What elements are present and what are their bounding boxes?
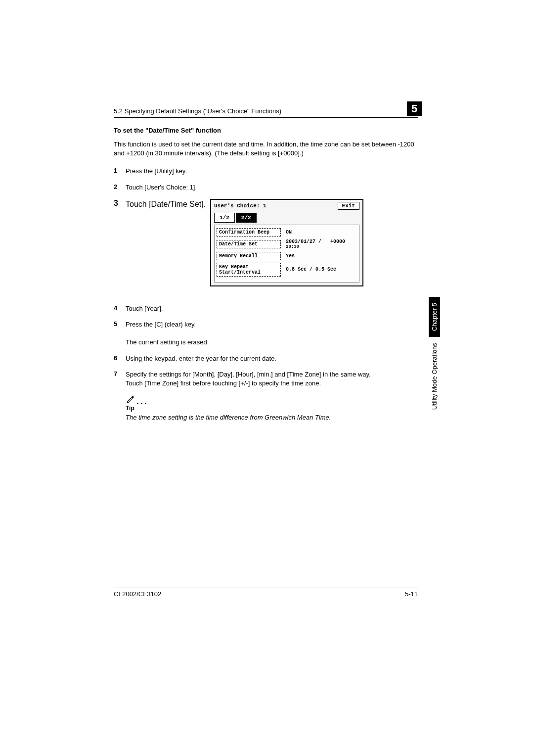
lcd-confirmation-beep-button[interactable]: Confirmation Beep bbox=[217, 228, 281, 236]
step-4: 4 Touch [Year]. bbox=[114, 304, 418, 313]
step-7: 7 Specify the settings for [Month], [Day… bbox=[114, 370, 418, 388]
side-section-label: Utility Mode Operations bbox=[431, 341, 438, 412]
lcd-screenshot: User's Choice: 1 Exit 1/2 2/2 Confirmati… bbox=[210, 199, 363, 286]
lcd-title: User's Choice: 1 bbox=[214, 203, 267, 209]
step-1: 1 Press the [Utility] key. bbox=[114, 167, 418, 176]
lcd-tab-2[interactable]: 2/2 bbox=[236, 213, 257, 223]
tip-label: Tip bbox=[126, 405, 418, 412]
tip-text: The time zone setting is the time differ… bbox=[126, 414, 418, 421]
lcd-key-repeat-label2: Start/Interval bbox=[219, 270, 261, 275]
chapter-badge: 5 bbox=[407, 101, 422, 116]
step-5: 5 Press the [C] (clear) key. The current… bbox=[114, 320, 418, 347]
lcd-key-repeat-button[interactable]: Key Repeat Start/Interval bbox=[217, 263, 281, 277]
step-number: 7 bbox=[114, 370, 126, 388]
step-number: 2 bbox=[114, 183, 126, 192]
step-3-row: 3 Touch [Date/Time Set]. User's Choice: … bbox=[114, 199, 418, 286]
step-5-line2: The current setting is erased. bbox=[126, 338, 209, 346]
step-number: 5 bbox=[114, 320, 126, 347]
lcd-body: Confirmation Beep ON Date/Time Set 2003/… bbox=[214, 225, 359, 283]
lcd-tz-value: +0000 bbox=[330, 239, 345, 244]
step-text: Specify the settings for [Month], [Day],… bbox=[126, 370, 418, 388]
footer-page-number: 5-11 bbox=[405, 590, 418, 598]
lcd-date-value: 2003/01/27 / bbox=[286, 239, 321, 244]
dots-icon: ... bbox=[136, 399, 148, 404]
step-6: 6 Using the keypad, enter the year for t… bbox=[114, 354, 418, 363]
tip-block: ... Tip The time zone setting is the tim… bbox=[126, 395, 418, 421]
step-text: Press the [Utility] key. bbox=[126, 167, 418, 176]
step-text: Press the [C] (clear) key. The current s… bbox=[126, 320, 418, 347]
footer-model: CF2002/CF3102 bbox=[114, 590, 161, 598]
lcd-memory-recall-value: Yes bbox=[281, 253, 295, 259]
lcd-key-repeat-label1: Key Repeat bbox=[219, 264, 249, 270]
step-number: 3 bbox=[114, 199, 126, 286]
lcd-tab-1[interactable]: 1/2 bbox=[214, 213, 235, 223]
lcd-exit-button[interactable]: Exit bbox=[338, 202, 359, 210]
step-7-line1: Specify the settings for [Month], [Day],… bbox=[126, 371, 371, 378]
step-5-line1: Press the [C] (clear) key. bbox=[126, 321, 196, 328]
step-7-line2: Touch [Time Zone] first before touching … bbox=[126, 379, 321, 387]
lcd-confirmation-beep-value: ON bbox=[281, 230, 292, 235]
page-header: 5.2 Specifying Default Settings ("User's… bbox=[114, 106, 418, 118]
step-text: Touch [User's Choice: 1]. bbox=[126, 183, 418, 192]
breadcrumb-text: 5.2 Specifying Default Settings ("User's… bbox=[114, 107, 281, 115]
step-text: Touch [Date/Time Set]. bbox=[126, 199, 210, 286]
side-chapter-badge: Chapter 5 bbox=[429, 297, 440, 337]
step-2: 2 Touch [User's Choice: 1]. bbox=[114, 183, 418, 192]
step-text: Using the keypad, enter the year for the… bbox=[126, 354, 418, 363]
section-title: To set the "Date/Time Set" function bbox=[114, 127, 418, 134]
pencil-icon bbox=[126, 395, 135, 404]
step-number: 4 bbox=[114, 304, 126, 313]
side-tab: Chapter 5 Utility Mode Operations bbox=[429, 297, 440, 412]
step-number: 1 bbox=[114, 167, 126, 176]
intro-paragraph: This function is used to set the current… bbox=[114, 140, 418, 158]
lcd-key-repeat-value: 0.8 Sec / 0.5 Sec bbox=[281, 267, 336, 272]
step-number: 6 bbox=[114, 354, 126, 363]
lcd-time-value: 20:30 bbox=[286, 244, 345, 249]
page-content: 5.2 Specifying Default Settings ("User's… bbox=[114, 106, 418, 421]
lcd-memory-recall-button[interactable]: Memory Recall bbox=[217, 252, 281, 260]
lcd-date-time-set-button[interactable]: Date/Time Set bbox=[217, 240, 281, 248]
lcd-date-time-value: 2003/01/27 / +0000 20:30 bbox=[281, 239, 345, 249]
step-text: Touch [Year]. bbox=[126, 304, 418, 313]
